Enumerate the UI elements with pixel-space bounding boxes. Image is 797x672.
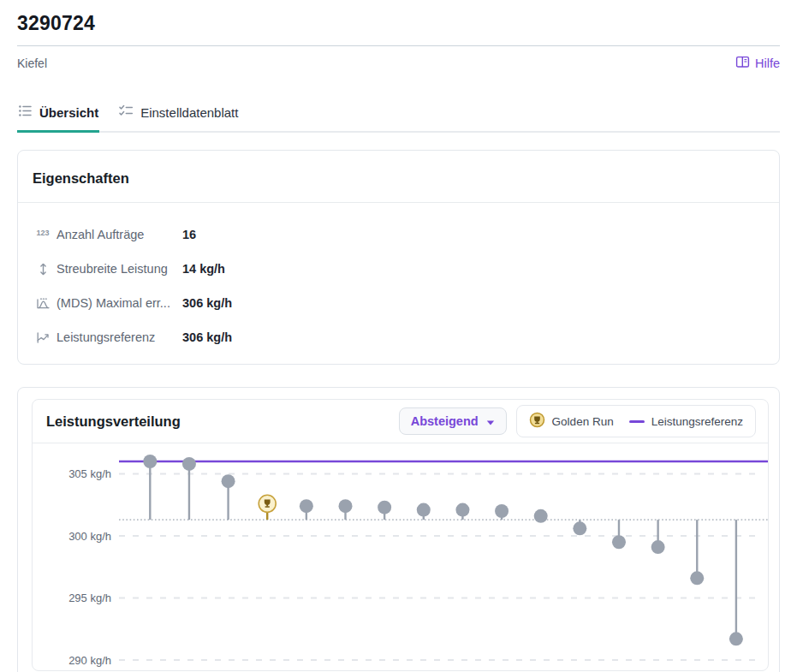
- chart-panel-header: Leistungsverteilung Absteigend: [33, 400, 768, 443]
- leistungsverteilung-chart[interactable]: 305 kg/h300 kg/h295 kg/h290 kg/h: [33, 443, 768, 670]
- leistungsverteilung-panel: Leistungsverteilung Absteigend: [32, 399, 769, 671]
- number-icon: 123: [35, 230, 51, 239]
- property-label: Leistungsreferenz: [57, 330, 155, 344]
- chart-title: Leistungsverteilung: [46, 413, 181, 430]
- updown-arrow-icon: [35, 262, 51, 277]
- tab-label: Übersicht: [39, 105, 98, 120]
- tab-label: Einstelldatenblatt: [140, 105, 238, 120]
- property-value: 16: [182, 228, 196, 241]
- list-icon: [18, 104, 33, 121]
- page-title: 3290724: [17, 12, 780, 35]
- property-list: 123 Anzahl Aufträge 16 Streubreite Leist…: [18, 203, 779, 364]
- help-book-icon: [735, 55, 750, 73]
- property-value: 306 kg/h: [182, 330, 232, 344]
- svg-text:290 kg/h: 290 kg/h: [68, 654, 111, 667]
- leistungsverteilung-card: Leistungsverteilung Absteigend: [17, 387, 780, 672]
- medal-icon: [529, 412, 545, 431]
- trend-icon: [35, 330, 51, 345]
- property-row-anzahl-auftraege: 123 Anzahl Aufträge 16: [18, 217, 779, 252]
- tab-uebersicht[interactable]: Übersicht: [17, 98, 99, 133]
- chevron-down-icon: [486, 414, 495, 428]
- legend-label: Leistungsreferenz: [651, 415, 743, 428]
- legend-item-leistungsreferenz: Leistungsreferenz: [629, 415, 743, 428]
- property-label: Streubreite Leistung: [57, 262, 168, 276]
- property-label: Anzahl Aufträge: [57, 228, 144, 241]
- title-divider: [17, 45, 780, 46]
- chart-area: 305 kg/h300 kg/h295 kg/h290 kg/h: [33, 443, 768, 670]
- svg-text:300 kg/h: 300 kg/h: [68, 530, 111, 543]
- sort-order-value: Absteigend: [411, 414, 479, 428]
- property-label: (MDS) Maximal err...: [57, 296, 170, 310]
- property-row-leistungsreferenz: Leistungsreferenz 306 kg/h: [18, 320, 779, 354]
- chart-legend: Golden Run Leistungsreferenz: [516, 405, 756, 437]
- subheader: Kiefel Hilfe: [17, 55, 780, 73]
- svg-text:305 kg/h: 305 kg/h: [68, 467, 111, 480]
- eigenschaften-card: Eigenschaften 123 Anzahl Aufträge 16: [17, 150, 780, 365]
- machine-name: Kiefel: [17, 56, 47, 71]
- property-row-streubreite: Streubreite Leistung 14 kg/h: [18, 252, 779, 286]
- property-row-mds-maximal: (MDS) Maximal err... 306 kg/h: [18, 286, 779, 320]
- svg-text:295 kg/h: 295 kg/h: [68, 592, 111, 604]
- help-label: Hilfe: [755, 56, 780, 71]
- page: 3290724 Kiefel Hilfe: [0, 12, 797, 672]
- help-link[interactable]: Hilfe: [735, 55, 780, 73]
- legend-label: Golden Run: [552, 415, 614, 428]
- property-value: 306 kg/h: [182, 296, 232, 310]
- reference-line-swatch: [629, 420, 645, 423]
- legend-item-golden-run: Golden Run: [529, 412, 614, 431]
- max-curve-icon: [35, 296, 51, 311]
- eigenschaften-title: Eigenschaften: [18, 151, 779, 202]
- sort-order-dropdown[interactable]: Absteigend: [399, 407, 507, 435]
- tab-bar: Übersicht Einstelldatenblatt: [17, 98, 780, 133]
- property-value: 14 kg/h: [182, 262, 225, 276]
- checklist-icon: [118, 104, 134, 121]
- tab-einstelldatenblatt[interactable]: Einstelldatenblatt: [117, 98, 239, 133]
